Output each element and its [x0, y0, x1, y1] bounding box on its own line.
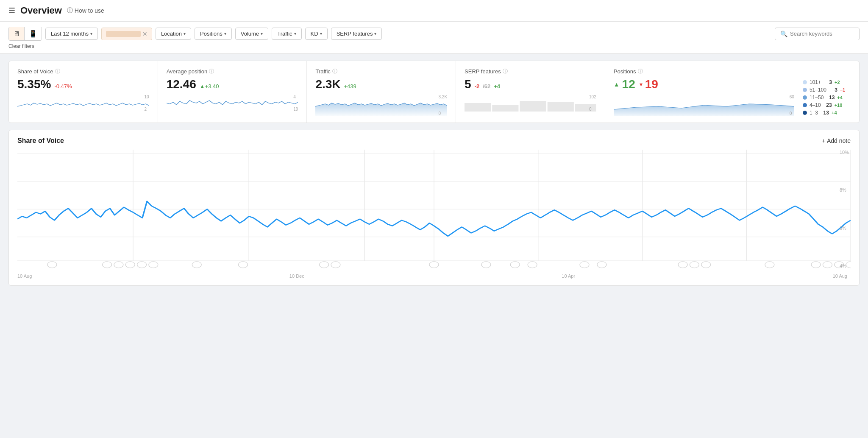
device-toggle: 🖥 📱 [8, 27, 42, 41]
date-range-caret: ▾ [90, 31, 92, 36]
svg-point-34 [580, 262, 589, 268]
legend-count-11-50: 13 [826, 95, 835, 100]
legend-dot-1-3 [803, 111, 807, 115]
positions-scale: 60 0 [790, 95, 794, 116]
svg-point-23 [125, 262, 135, 268]
serp-delta-neg: -2 [475, 83, 480, 89]
serp-delta-pos: +4 [494, 83, 500, 89]
legend-count-101plus: 3 [823, 79, 832, 85]
avg-position-scale: 4 19 [293, 95, 298, 112]
x-label-dec: 10 Dec [289, 273, 304, 279]
main-content: Share of Voice ⓘ 5.35% -0.47% 10 2 Avera… [0, 54, 868, 293]
domain-clear-button[interactable]: ✕ [142, 31, 147, 37]
legend-delta-4-10: +10 [835, 103, 845, 108]
desktop-button[interactable]: 🖥 [9, 27, 25, 40]
filters-row: 🖥 📱 Last 12 months ▾ ✕ Location ▾ Positi… [8, 27, 860, 41]
serp-features-label: SERP features [337, 31, 373, 37]
legend-label-101plus: 101+ [810, 79, 821, 85]
serp-features-filter[interactable]: SERP features ▾ [331, 28, 382, 40]
search-icon: 🔍 [780, 31, 787, 37]
share-of-voice-scale: 10 2 [145, 95, 149, 112]
serp-features-card: SERP features ⓘ 5 -2 /62 +4 102 [456, 61, 605, 123]
avg-position-info-icon[interactable]: ⓘ [209, 68, 214, 75]
svg-point-29 [331, 262, 340, 268]
kd-filter[interactable]: KD ▾ [305, 28, 328, 40]
positions-info-icon[interactable]: ⓘ [638, 68, 643, 75]
traffic-value: 2.3K +439 [315, 78, 447, 91]
traffic-label: Traffic [277, 31, 292, 37]
legend-dot-101plus [803, 80, 807, 84]
svg-point-42 [835, 262, 844, 268]
traffic-caret: ▾ [294, 31, 296, 36]
chart-header: Share of Voice + Add note [17, 137, 851, 145]
legend-dot-51-100 [803, 88, 807, 92]
hamburger-icon[interactable]: ☰ [8, 6, 15, 15]
svg-point-31 [481, 262, 491, 268]
legend-count-1-3: 13 [821, 110, 829, 116]
add-note-button[interactable]: + Add note [822, 137, 851, 144]
svg-point-37 [690, 262, 699, 268]
page-header: ☰ Overview ⓘ How to use [0, 0, 868, 22]
svg-marker-6 [614, 104, 794, 116]
legend-dot-11-50 [803, 95, 807, 100]
svg-point-38 [701, 262, 711, 268]
location-filter[interactable]: Location ▾ [156, 28, 191, 40]
positions-caret: ▾ [224, 31, 226, 36]
legend-delta-11-50: +4 [837, 95, 848, 100]
positions-loss: 19 [645, 78, 658, 91]
positions-filter[interactable]: Positions ▾ [195, 28, 232, 40]
x-axis-labels: 10 Aug 10 Dec 10 Apr 10 Aug [17, 273, 851, 279]
share-of-voice-info-icon[interactable]: ⓘ [55, 68, 60, 75]
share-of-voice-value: 5.35% -0.47% [17, 78, 149, 91]
date-range-filter[interactable]: Last 12 months ▾ [45, 28, 98, 40]
legend-11-50: 11–50 13 +4 [803, 95, 851, 100]
search-box[interactable]: 🔍 [775, 28, 860, 40]
date-range-label: Last 12 months [51, 31, 89, 37]
legend-label-4-10: 4–10 [810, 102, 821, 108]
svg-point-20 [47, 262, 57, 268]
positions-card-label: Positions ⓘ [614, 68, 851, 75]
domain-filter[interactable]: ✕ [101, 28, 152, 40]
mobile-button[interactable]: 📱 [25, 27, 42, 40]
legend-delta-51-100: –1 [840, 87, 851, 92]
search-input[interactable] [790, 31, 854, 37]
legend-dot-4-10 [803, 103, 807, 107]
legend-101plus: 101+ 3 +2 [803, 79, 851, 85]
clear-filters-link[interactable]: Clear filters [8, 43, 860, 49]
domain-value [106, 31, 141, 37]
svg-point-24 [137, 262, 147, 268]
add-note-plus-icon: + [822, 137, 825, 144]
positions-legend: 101+ 3 +2 51–100 3 –1 11–50 13 +4 [803, 79, 851, 116]
legend-label-1-3: 1–3 [810, 110, 818, 116]
serp-features-info-icon[interactable]: ⓘ [503, 68, 508, 75]
svg-rect-3 [520, 101, 546, 112]
filters-bar: 🖥 📱 Last 12 months ▾ ✕ Location ▾ Positi… [0, 22, 868, 54]
serp-slash: /62 [483, 83, 490, 89]
svg-point-28 [320, 262, 329, 268]
traffic-info-icon[interactable]: ⓘ [332, 68, 337, 75]
svg-point-36 [678, 262, 687, 268]
svg-point-26 [192, 262, 201, 268]
share-of-voice-label: Share of Voice ⓘ [17, 68, 149, 75]
svg-point-25 [149, 262, 158, 268]
page-title: Overview [20, 5, 62, 16]
legend-51-100: 51–100 3 –1 [803, 87, 851, 93]
avg-position-chart: 4 19 [167, 95, 298, 112]
avg-position-delta: ▲+3.40 [200, 83, 219, 89]
serp-features-scale: 102 0 [589, 95, 596, 112]
how-to-use-link[interactable]: ⓘ How to use [67, 7, 104, 14]
legend-count-51-100: 3 [829, 87, 837, 93]
svg-point-40 [811, 262, 821, 268]
positions-label: Positions [200, 31, 223, 37]
svg-point-41 [823, 262, 832, 268]
svg-marker-0 [315, 103, 447, 116]
svg-point-27 [239, 262, 248, 268]
how-to-use-label: How to use [75, 7, 104, 14]
kd-label: KD [311, 31, 318, 37]
legend-1-3: 1–3 13 +4 [803, 110, 851, 116]
legend-label-11-50: 11–50 [810, 95, 823, 100]
share-of-voice-chart: 10 2 [17, 95, 149, 112]
volume-filter[interactable]: Volume ▾ [235, 28, 268, 40]
serp-features-chart: 102 0 [465, 95, 596, 112]
traffic-filter[interactable]: Traffic ▾ [272, 28, 301, 40]
